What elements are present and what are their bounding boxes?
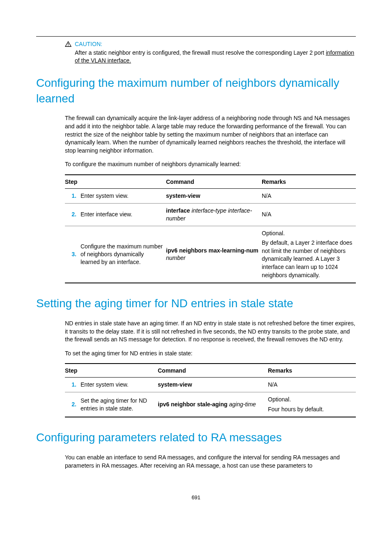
cmd-bold: system-view [158,381,192,388]
section1-para2: To configure the maximum number of neigh… [65,160,356,169]
section3-heading: Configuring parameters related to RA mes… [36,430,356,445]
step-text: Enter interface view. [81,203,166,226]
section2-para2: To set the aging timer for ND entries in… [65,350,356,358]
section2-table: Step Command Remarks 1. Enter system vie… [65,363,356,417]
table-row: 1. Enter system view. system-view N/A [65,188,356,203]
step-text: Enter system view. [81,188,166,203]
section2-heading: Setting the aging timer for ND entries i… [36,296,356,311]
caution-text: After a static neighbor entry is configu… [75,49,356,65]
th-command: Command [166,175,262,189]
th-step: Step [65,175,166,189]
th-remarks: Remarks [262,175,356,189]
section3-para1: You can enable an interface to send RA m… [65,454,356,470]
command-cell: system-view [158,378,268,392]
th-command: Command [158,364,268,378]
step-number: 3. [65,226,81,283]
remarks-line2: Four hours by default. [268,406,353,414]
cmd-ital: number [166,255,185,261]
th-remarks: Remarks [268,364,356,378]
command-cell: ipv6 neighbor stale-aging aging-time [158,392,268,417]
step-number: 2. [65,203,81,226]
th-step: Step [65,364,158,378]
table-header-row: Step Command Remarks [65,175,356,189]
cmd-ital: aging-time [228,401,256,408]
remarks-line1: Optional. [268,396,353,404]
step-number: 1. [65,378,81,392]
step-text: Configure the maximum number of neighbor… [81,226,166,283]
caution-block: CAUTION: After a static neighbor entry i… [65,41,356,65]
remarks-cell: N/A [262,203,356,226]
remarks-line2: By default, a Layer 2 interface does not… [262,239,353,279]
remarks-cell: N/A [262,188,356,203]
remarks-line1: Optional. [262,229,353,238]
remarks-cell: Optional. By default, a Layer 2 interfac… [262,226,356,283]
cmd-bold: ipv6 neighbors max-learning-num [166,247,258,254]
section2-para1: ND entries in stale state have an aging … [65,320,356,344]
section1-table: Step Command Remarks 1. Enter system vie… [65,174,356,283]
step-text: Set the aging timer for ND entries in st… [81,392,158,417]
command-cell: system-view [166,188,262,203]
table-header-row: Step Command Remarks [65,364,356,378]
table-row: 1. Enter system view. system-view N/A [65,378,356,392]
cmd-bold: interface [166,207,190,214]
table-row: 3. Configure the maximum number of neigh… [65,226,356,283]
command-cell: ipv6 neighbors max-learning-num number [166,226,262,283]
page-number: 691 [36,494,356,501]
caution-text-part1: After a static neighbor entry is configu… [75,49,326,56]
remarks-cell: N/A [268,378,356,392]
caution-label: CAUTION: [75,41,102,47]
cmd-bold: system-view [166,192,200,199]
step-number: 2. [65,392,81,417]
caution-triangle-icon [65,41,71,47]
top-rule [36,36,356,37]
section1-heading: Configuring the maximum number of neighb… [36,75,356,107]
command-cell: interface interface-type interface-numbe… [166,203,262,226]
section1-para1: The firewall can dynamically acquire the… [65,114,356,155]
cmd-bold: ipv6 neighbor stale-aging [158,401,228,408]
step-number: 1. [65,188,81,203]
remarks-cell: Optional. Four hours by default. [268,392,356,417]
table-row: 2. Enter interface view. interface inter… [65,203,356,226]
step-text: Enter system view. [81,378,158,392]
table-row: 2. Set the aging timer for ND entries in… [65,392,356,417]
caution-header: CAUTION: [65,41,356,47]
svg-point-2 [68,45,69,46]
document-page: CAUTION: After a static neighbor entry i… [0,0,392,517]
